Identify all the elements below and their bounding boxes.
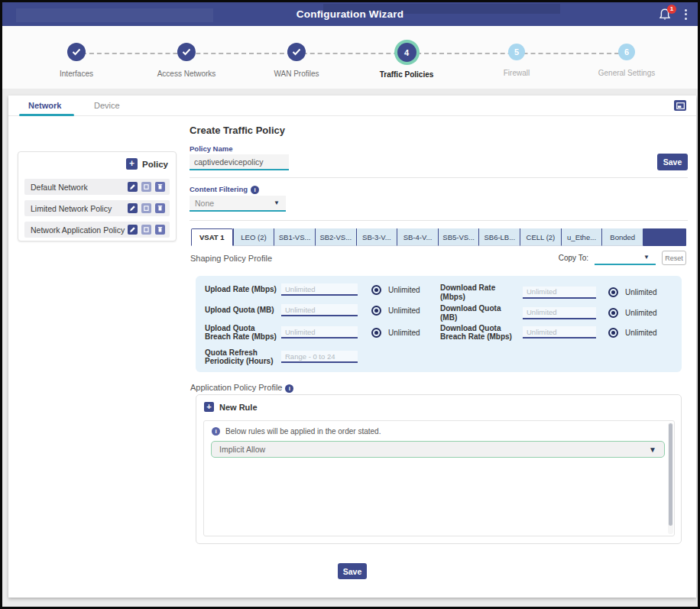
application-title: Application Policy Profilei bbox=[190, 383, 293, 393]
unlimited-radio[interactable] bbox=[371, 328, 381, 338]
chevron-down-icon: ▼ bbox=[274, 199, 286, 206]
unlimited-radio[interactable] bbox=[608, 328, 618, 338]
download-quota-row: Download Quota (MB) Unlimited bbox=[440, 304, 674, 322]
add-policy-button[interactable]: + Policy bbox=[126, 158, 168, 170]
form-title: Create Traffic Policy bbox=[190, 125, 285, 136]
step-interfaces[interactable]: Interfaces bbox=[27, 43, 126, 78]
download-rate-input[interactable] bbox=[523, 287, 596, 299]
copy-icon[interactable] bbox=[141, 225, 151, 235]
wan-tab-bonded[interactable]: Bonded bbox=[601, 228, 643, 246]
wan-tab-cell[interactable]: CELL (2) bbox=[520, 228, 561, 246]
wan-tabstrip: VSAT 1 LEO (2) SB1-VS... SB2-VS... SB-3-… bbox=[191, 228, 686, 246]
upload-breach-row: Upload Quota Breach Rate (Mbps) Unlimite… bbox=[205, 320, 434, 345]
divider bbox=[190, 220, 688, 221]
app-header: Configuration Wizard 1 bbox=[2, 2, 698, 26]
app-window: Configuration Wizard 1 Interfaces Access… bbox=[0, 0, 700, 609]
rule-dropdown[interactable]: Implicit Allow ▼ bbox=[211, 441, 665, 458]
wan-tab-sb1[interactable]: SB1-VS... bbox=[274, 228, 315, 246]
policy-list-panel: + Policy Default Network Limited Network… bbox=[18, 151, 177, 241]
popout-window-icon[interactable] bbox=[674, 100, 686, 111]
policy-name-input[interactable] bbox=[190, 154, 289, 170]
upload-breach-input[interactable] bbox=[281, 326, 358, 339]
check-icon bbox=[287, 43, 306, 61]
edit-icon[interactable] bbox=[128, 203, 138, 213]
copy-icon[interactable] bbox=[141, 182, 151, 192]
chevron-down-icon: ▼ bbox=[649, 445, 664, 454]
application-policy-box: + New Rule i Below rules will be applied… bbox=[196, 394, 682, 544]
delete-icon[interactable] bbox=[155, 203, 165, 213]
wan-tab-sb4[interactable]: SB-4-V... bbox=[397, 228, 438, 246]
policy-row[interactable]: Network Application Policy bbox=[24, 222, 170, 238]
step-number: 6 bbox=[618, 44, 635, 60]
unlimited-radio[interactable] bbox=[608, 287, 618, 297]
wizard-stepper: Interfaces Access Networks WAN Profiles … bbox=[2, 26, 698, 89]
info-icon: i bbox=[212, 427, 220, 436]
policy-row[interactable]: Default Network bbox=[24, 179, 170, 195]
unlimited-radio[interactable] bbox=[608, 308, 618, 318]
content-filtering-dropdown[interactable]: None ▼ bbox=[190, 196, 286, 212]
notifications-bell-icon[interactable]: 1 bbox=[659, 8, 671, 21]
edit-icon[interactable] bbox=[128, 225, 138, 235]
step-number: 4 bbox=[397, 43, 416, 62]
view-tabbar: Network Device bbox=[8, 96, 696, 116]
copy-to-label: Copy To: bbox=[559, 254, 588, 262]
active-tab-indicator bbox=[19, 114, 74, 116]
wan-tab-sb5[interactable]: SB5-VS... bbox=[438, 228, 479, 246]
chevron-down-icon: ▼ bbox=[643, 254, 656, 261]
rules-container: i Below rules will be applied in the ord… bbox=[203, 420, 675, 536]
scrollbar-thumb[interactable] bbox=[669, 423, 672, 526]
content-filtering-label: Content Filteringi bbox=[190, 185, 259, 194]
quota-refresh-input[interactable] bbox=[281, 351, 358, 363]
policy-row[interactable]: Limited Network Policy bbox=[24, 200, 170, 216]
info-icon[interactable]: i bbox=[285, 384, 293, 393]
unlimited-radio[interactable] bbox=[371, 285, 381, 295]
shaping-title: Shaping Policy Profile bbox=[190, 254, 272, 263]
notification-badge: 1 bbox=[667, 5, 676, 14]
download-breach-row: Download Quota Breach Rate (Mbps) Unlimi… bbox=[440, 320, 674, 345]
plus-icon: + bbox=[204, 402, 214, 412]
download-rate-row: Download Rate (Mbps) Unlimited bbox=[440, 283, 674, 301]
download-breach-input[interactable] bbox=[523, 326, 596, 339]
unlimited-radio[interactable] bbox=[371, 306, 381, 316]
delete-icon[interactable] bbox=[155, 182, 165, 192]
wan-tab-sb2[interactable]: SB2-VS... bbox=[315, 228, 356, 246]
upload-quota-input[interactable] bbox=[281, 304, 358, 316]
step-traffic-policies[interactable]: 4 Traffic Policies bbox=[357, 43, 456, 79]
tab-device[interactable]: Device bbox=[94, 96, 120, 116]
quota-refresh-row: Quota Refresh Periodicity (Hours) bbox=[205, 345, 434, 369]
wan-tab-ethernet[interactable]: u_Ethe... bbox=[561, 228, 602, 246]
save-policy-button[interactable]: Save bbox=[338, 563, 367, 579]
wan-tab-sb6[interactable]: SB6-LB... bbox=[478, 228, 520, 246]
page-title: Configuration Wizard bbox=[2, 2, 698, 26]
check-icon bbox=[177, 43, 196, 61]
save-button[interactable]: Save bbox=[657, 154, 688, 170]
edit-icon[interactable] bbox=[128, 182, 138, 192]
main-panel: Network Device + Policy Default Network bbox=[8, 96, 696, 598]
scrollbar-track[interactable] bbox=[668, 423, 673, 534]
new-rule-button[interactable]: + New Rule bbox=[204, 402, 258, 412]
plus-icon: + bbox=[126, 158, 138, 170]
upload-quota-row: Upload Quota (MB) Unlimited bbox=[205, 304, 434, 316]
wan-tab-leo[interactable]: LEO (2) bbox=[233, 228, 274, 246]
copy-to-dropdown[interactable]: ▼ bbox=[595, 251, 656, 265]
step-number: 5 bbox=[508, 44, 525, 60]
step-access-networks[interactable]: Access Networks bbox=[137, 43, 236, 78]
wan-tab-sb3[interactable]: SB-3-V... bbox=[356, 228, 397, 246]
wan-tabstrip-end-block[interactable] bbox=[643, 228, 686, 246]
step-general-settings[interactable]: 6 General Settings bbox=[577, 43, 676, 77]
upload-rate-input[interactable] bbox=[281, 283, 358, 296]
copy-icon[interactable] bbox=[141, 203, 151, 213]
rules-info-text: Below rules will be applied in the order… bbox=[225, 427, 381, 436]
step-firewall[interactable]: 5 Firewall bbox=[467, 43, 566, 77]
delete-icon[interactable] bbox=[155, 225, 165, 235]
policy-name-label: Policy Name bbox=[190, 144, 233, 153]
step-wan-profiles[interactable]: WAN Profiles bbox=[247, 43, 346, 78]
check-icon bbox=[67, 43, 86, 61]
wan-tab-vsat1[interactable]: VSAT 1 bbox=[191, 228, 233, 246]
upload-rate-row: Upload Rate (Mbps) Unlimited bbox=[205, 283, 434, 296]
tab-network[interactable]: Network bbox=[28, 96, 61, 116]
info-icon[interactable]: i bbox=[251, 186, 259, 194]
reset-button[interactable]: Reset bbox=[662, 251, 686, 265]
kebab-menu-icon[interactable] bbox=[682, 8, 690, 21]
download-quota-input[interactable] bbox=[523, 307, 596, 319]
